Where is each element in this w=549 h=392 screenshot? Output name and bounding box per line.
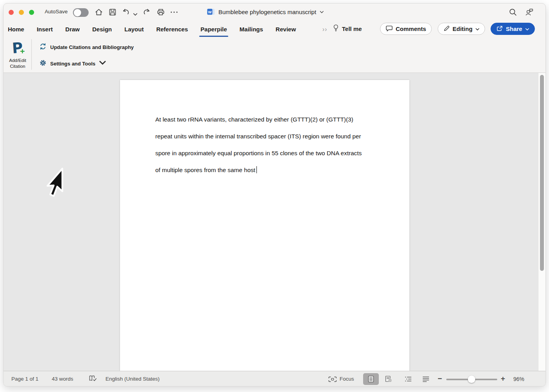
pencil-icon	[443, 25, 450, 33]
comments-label: Comments	[396, 25, 426, 32]
spellcheck-icon[interactable]	[89, 375, 97, 384]
paperpile-logo-icon: P+	[5, 40, 30, 58]
editing-button[interactable]: Editing	[438, 23, 485, 35]
vertical-scrollbar[interactable]	[538, 73, 545, 371]
tab-layout[interactable]: Layout	[124, 24, 144, 34]
undo-icon[interactable]	[122, 8, 131, 16]
zoom-level[interactable]: 96%	[513, 376, 524, 382]
paragraph-line: repeat units within the internal transcr…	[155, 133, 391, 140]
word-doc-icon: W	[207, 8, 215, 16]
tell-me-button[interactable]: Tell me	[333, 24, 362, 34]
update-citations-label: Update Citations and Bibliography	[50, 44, 134, 50]
scrollbar-thumb[interactable]	[540, 75, 544, 271]
tab-design[interactable]: Design	[92, 24, 112, 34]
print-icon[interactable]	[156, 8, 165, 16]
comments-button[interactable]: Comments	[380, 23, 432, 35]
settings-and-tools-button[interactable]: Settings and Tools	[39, 59, 106, 68]
share-chevron-icon	[525, 25, 529, 32]
document-page[interactable]: At least two rRNA variants, characterize…	[120, 80, 409, 371]
document-title-group[interactable]: W Bumblebee phylogenetics manuscript	[207, 8, 324, 16]
tab-home[interactable]: Home	[7, 24, 25, 34]
lightbulb-icon	[333, 24, 339, 34]
zoom-slider-thumb[interactable]	[468, 376, 475, 383]
undo-chevron-icon[interactable]	[133, 10, 138, 19]
tab-mailings[interactable]: Mailings	[239, 24, 264, 34]
search-icon[interactable]	[509, 8, 517, 16]
paragraph-line: of multiple spores from the same host	[155, 166, 391, 174]
zoom-slider[interactable]	[446, 379, 497, 380]
tell-me-label: Tell me	[342, 25, 362, 32]
document-canvas[interactable]: At least two rRNA variants, characterize…	[4, 73, 545, 371]
title-bar: AutoSave W Bumblebee phylogenetics manus…	[4, 4, 545, 21]
view-print-layout-button[interactable]	[363, 373, 379, 385]
view-outline-button[interactable]	[400, 373, 416, 385]
redo-icon[interactable]	[142, 8, 151, 16]
tab-review[interactable]: Review	[275, 24, 296, 34]
tab-overflow-indicator[interactable]: ››	[322, 26, 327, 33]
share-icon	[496, 25, 503, 33]
refresh-icon	[39, 43, 47, 52]
word-count[interactable]: 43 words	[52, 376, 73, 382]
comment-bubble-icon	[385, 25, 393, 33]
focus-icon	[328, 376, 337, 383]
minimize-window-icon[interactable]	[19, 10, 24, 15]
tab-draw[interactable]: Draw	[65, 24, 80, 34]
more-icon[interactable]	[170, 8, 178, 16]
add-edit-citation-button[interactable]: P+ Add/Edit Citation	[5, 39, 30, 69]
add-edit-citation-label-line1: Add/Edit	[5, 58, 30, 64]
tab-paperpile[interactable]: Paperpile	[200, 24, 227, 34]
presence-icon[interactable]	[525, 8, 534, 16]
editing-label: Editing	[453, 25, 473, 32]
language-indicator[interactable]: English (United States)	[105, 376, 160, 382]
document-title: Bumblebee phylogenetics manuscript	[218, 9, 316, 15]
share-button[interactable]: Share	[491, 23, 535, 35]
share-label: Share	[506, 25, 522, 32]
paperpile-ribbon: P+ Add/Edit Citation Update Citations an…	[4, 38, 545, 73]
close-window-icon[interactable]	[9, 10, 14, 15]
svg-text:W: W	[208, 10, 212, 14]
home-icon[interactable]	[95, 8, 103, 16]
focus-label[interactable]: Focus	[340, 376, 354, 382]
title-chevron-icon[interactable]	[320, 8, 324, 15]
zoom-out-button[interactable]: −	[438, 374, 442, 383]
add-edit-citation-label-line2: Citation	[5, 64, 30, 69]
autosave-toggle[interactable]	[73, 8, 89, 17]
mouse-pointer-icon	[44, 166, 64, 199]
status-bar: Page 1 of 1 43 words English (United Sta…	[4, 371, 545, 387]
view-draft-button[interactable]	[418, 373, 434, 385]
settings-chevron-icon	[99, 59, 106, 68]
tab-insert[interactable]: Insert	[36, 24, 53, 34]
paragraph-line: spore in approximately equal proportions…	[155, 150, 391, 157]
update-citations-button[interactable]: Update Citations and Bibliography	[39, 43, 134, 52]
paragraph-line: At least two rRNA variants, characterize…	[155, 116, 391, 123]
word-window: AutoSave W Bumblebee phylogenetics manus…	[3, 3, 546, 387]
save-icon[interactable]	[108, 8, 117, 16]
ribbon-divider	[31, 39, 32, 70]
zoom-window-icon[interactable]	[29, 10, 34, 15]
text-cursor	[256, 166, 257, 173]
editing-chevron-icon	[475, 25, 480, 32]
autosave-label: AutoSave	[45, 9, 68, 15]
gear-icon	[39, 59, 47, 68]
ribbon-tab-row: Home Insert Draw Design Layout Reference…	[4, 21, 545, 38]
view-web-layout-button[interactable]	[381, 373, 396, 385]
zoom-in-button[interactable]: +	[501, 374, 505, 383]
tab-references[interactable]: References	[156, 24, 188, 34]
settings-and-tools-label: Settings and Tools	[50, 61, 95, 67]
page-indicator[interactable]: Page 1 of 1	[11, 376, 38, 382]
